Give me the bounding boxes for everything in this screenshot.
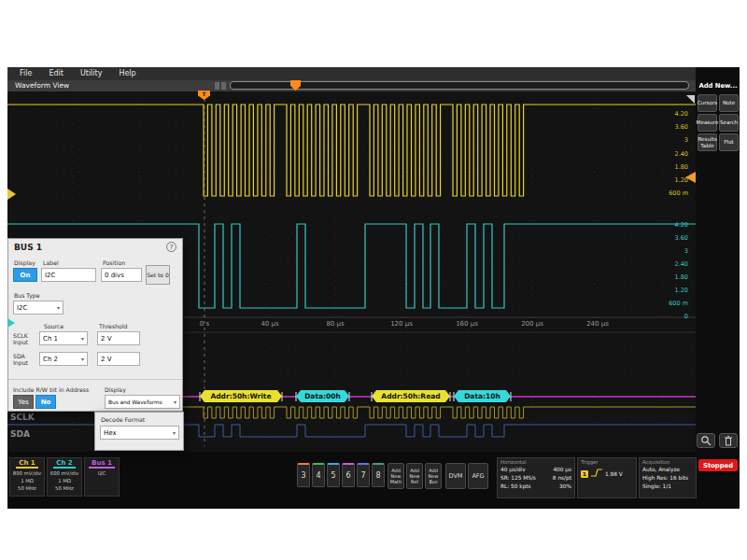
channel-button-3[interactable]: 3 [297, 463, 310, 487]
bus-decode-addr: Addr:50h:Write [200, 390, 282, 402]
dialog-title: BUS 1 [14, 243, 42, 252]
time-axis-label: 200 µs [512, 320, 553, 328]
help-icon[interactable]: ? [166, 242, 176, 252]
acq-resolution: High Res: 16 bits [642, 474, 688, 483]
page: FileEditUtilityHelp Waveform View T 0 s4… [0, 0, 747, 560]
ch1-scale-label: 4.20 [651, 110, 688, 118]
ch2-scale-label: 600 m [651, 300, 688, 307]
zoom-tool-button[interactable] [697, 433, 715, 448]
position-input[interactable]: 0 divs [101, 268, 142, 282]
add-search-button[interactable]: Search [719, 114, 739, 132]
oscilloscope-screen: FileEditUtilityHelp Waveform View T 0 s4… [7, 67, 740, 509]
trigger-source-badge: 1 [581, 470, 588, 478]
trash-button[interactable] [719, 433, 738, 448]
add-cursors-button[interactable]: Cursors [698, 94, 717, 112]
menu-utility[interactable]: Utility [72, 67, 111, 80]
rw-yes-button[interactable]: Yes [13, 395, 34, 409]
time-axis-label: 240 µs [577, 320, 618, 328]
acq-single: Single: 1/1 [642, 483, 671, 491]
channel-button-8[interactable]: 8 [372, 463, 385, 487]
channel-button-5[interactable]: 5 [327, 463, 340, 487]
display-mode-label: Display [105, 386, 126, 393]
menu-bar: FileEditUtilityHelp [7, 67, 696, 80]
sample-rate: SR: 125 MS/s [500, 474, 536, 483]
acq-mode: Auto, Analyze [642, 466, 680, 474]
threshold-header: Threshold [99, 323, 128, 329]
view-label: Waveform View [15, 81, 69, 90]
channel-badge-ch2[interactable]: Ch 2 600 mV/div 1 MΩ 50 MHz [47, 457, 82, 497]
ch2-scale-label: 0 [651, 313, 688, 320]
ch1-scale-label: 2.40 [651, 150, 688, 158]
display-label: Display [14, 259, 35, 266]
slider-grip-icon[interactable] [215, 82, 219, 90]
horizontal-panel[interactable]: Horizontal 40 µs/div400 µs SR: 125 MS/s8… [497, 457, 575, 498]
channel-button-4[interactable]: 4 [312, 463, 325, 487]
bus-decode-data: Data:00h [296, 390, 349, 402]
time-axis-label: 160 µs [446, 320, 487, 328]
add-new-ref-button[interactable]: AddNewRef [406, 463, 423, 489]
horizontal-window: 400 µs [553, 466, 571, 474]
position-label: Position [103, 259, 125, 266]
sda-input-label: SDA Input [13, 353, 37, 366]
menu-edit[interactable]: Edit [40, 67, 72, 80]
stopped-button[interactable]: Stopped [698, 459, 738, 471]
trigger-level: 1.98 V [605, 470, 623, 479]
bottom-bar: Ch 1 800 mV/div 1 MΩ 50 MHz Ch 2 600 mV/… [7, 455, 740, 509]
menu-file[interactable]: File [11, 67, 40, 80]
label-label: Label [43, 259, 59, 266]
bus-decode-addr: Addr:50h:Read [372, 390, 450, 402]
ch1-position-marker-icon [7, 189, 16, 200]
menu-help[interactable]: Help [110, 67, 144, 80]
ch2-scale-label: 1.20 [651, 287, 688, 294]
horizontal-pos: 30% [559, 483, 571, 491]
display-mode-dropdown[interactable]: Bus and Waveforms [105, 395, 180, 409]
ch2-scale-label: 2.40 [651, 260, 688, 268]
horizontal-scale: 40 µs/div [500, 466, 526, 474]
time-axis-label: 80 µs [315, 320, 356, 328]
bus1-config-dialog: BUS 1 ? Display Label Position On I2C 0 … [7, 238, 183, 412]
trigger-panel[interactable]: Trigger 1 1.98 V [577, 457, 637, 498]
time-axis-label: 0 s [184, 320, 225, 328]
decode-format-label: Decode Format [101, 416, 145, 423]
channel-badge-ch1[interactable]: Ch 1 800 mV/div 1 MΩ 50 MHz [9, 457, 45, 497]
slider-grip-icon[interactable] [221, 82, 226, 90]
trigger-slope-icon [591, 469, 602, 480]
decode-format-panel: Decode Format Hex [94, 412, 184, 451]
trash-icon [724, 435, 733, 446]
add-measure-button[interactable]: Measure [698, 114, 717, 132]
ch2-scale-label: 1.80 [651, 273, 688, 281]
rw-no-button[interactable]: No [35, 395, 56, 409]
sclk-threshold-input[interactable]: 2 V [97, 331, 140, 345]
time-axis-label: 120 µs [381, 320, 422, 328]
display-on-button[interactable]: On [13, 268, 37, 282]
channel-button-6[interactable]: 6 [342, 463, 355, 487]
add-plot-button[interactable]: Plot [719, 133, 739, 151]
rw-bit-label: Include R/W bit in Address [13, 386, 89, 393]
add-results-table-button[interactable]: Results Table [698, 133, 717, 151]
bus-type-dropdown[interactable]: I2C [13, 301, 63, 315]
acquisition-panel[interactable]: Acquisition Auto, Analyze High Res: 16 b… [639, 457, 697, 498]
sda-threshold-input[interactable]: 2 V [97, 352, 140, 366]
decode-format-dropdown[interactable]: Hex [100, 426, 179, 440]
set-to-zero-button[interactable]: Set to 0 [146, 265, 170, 285]
corner-handle-icon [686, 95, 695, 104]
ch2-scale-label: 4.20 [651, 221, 688, 229]
dvm-button[interactable]: DVM [445, 463, 466, 489]
bus-label-input[interactable]: I2C [41, 268, 96, 282]
sda-source-dropdown[interactable]: Ch 2 [39, 352, 88, 366]
dialog-divider [8, 379, 182, 380]
sample-res: 8 ns/pt [553, 474, 571, 483]
add-note-button[interactable]: Note [719, 94, 739, 112]
ch1-scale-label: 3 [651, 136, 688, 144]
time-axis-label: 40 µs [249, 320, 290, 328]
bus-badge-bus1[interactable]: Bus 1 I2C [84, 457, 120, 497]
ch2-scale-label: 3 [651, 247, 688, 255]
ch1-scale-label: 3.60 [651, 123, 688, 131]
add-new-math-button[interactable]: AddNewMath [388, 463, 404, 489]
afg-button[interactable]: AFG [468, 463, 488, 489]
sclk-source-dropdown[interactable]: Ch 1 [39, 331, 88, 345]
add-new-bus-button[interactable]: AddNewBus [425, 463, 442, 489]
channel-button-7[interactable]: 7 [357, 463, 370, 487]
bus-sclk-label: SCLK [10, 413, 35, 422]
bus-type-label: Bus Type [14, 292, 40, 299]
